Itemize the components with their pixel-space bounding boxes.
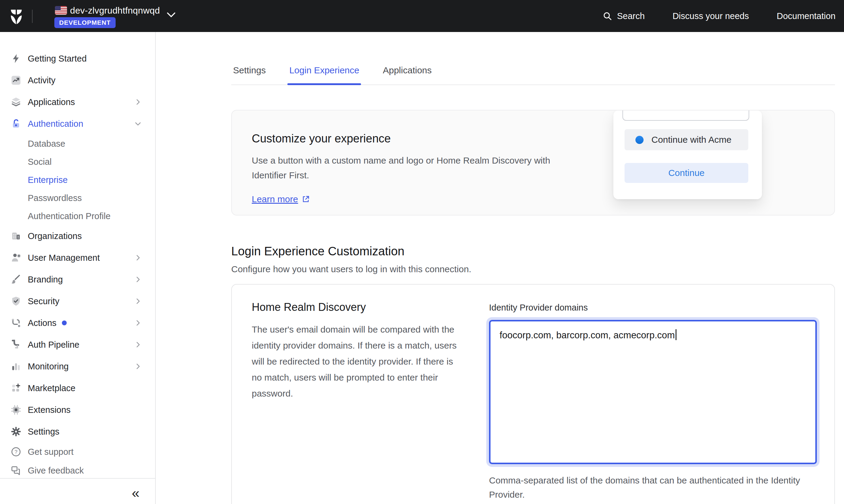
tab-settings[interactable]: Settings	[231, 65, 267, 85]
identity-provider-domains-label: Identity Provider domains	[489, 303, 817, 313]
sidebar-item-label: Actions	[28, 318, 56, 328]
topbar: dev-zlvgrudhtfnqnwqd DEVELOPMENT Search …	[0, 0, 844, 32]
identity-provider-domains-textarea[interactable]: foocorp.com, barcorp.com, acmecorp.com	[489, 320, 817, 464]
chevron-right-icon	[134, 297, 142, 305]
sidebar-item-auth-pipeline[interactable]: Auth Pipeline	[0, 334, 155, 356]
preview-idp-button[interactable]: Continue with Acme	[625, 129, 748, 150]
settings-icon	[10, 426, 22, 437]
sidebar-item-label: Database	[28, 139, 65, 149]
lightning-icon	[10, 53, 22, 64]
sidebar-item-label: Marketplace	[28, 383, 75, 393]
sidebar-item-marketplace[interactable]: Marketplace	[0, 377, 155, 399]
chevron-right-icon	[134, 275, 142, 283]
chevron-right-icon	[134, 341, 142, 348]
sidebar-item-label: Give feedback	[28, 466, 84, 475]
hrd-description: The user's email domain will be compared…	[252, 321, 463, 401]
search-icon	[603, 11, 612, 21]
activity-icon	[10, 74, 22, 86]
customize-card-title: Customize your experience	[252, 132, 590, 145]
discuss-your-needs-link[interactable]: Discuss your needs	[672, 11, 749, 21]
auth-pipeline-icon	[10, 339, 22, 350]
sidebar-item-label: Settings	[28, 427, 59, 437]
monitoring-icon	[10, 361, 22, 372]
sidebar-item-give-feedback[interactable]: Give feedback	[0, 461, 155, 480]
search-button[interactable]: Search	[603, 11, 645, 21]
feedback-icon	[10, 465, 22, 476]
sidebar: Getting StartedActivityApplicationsAuthe…	[0, 32, 156, 504]
login-preview-panel: Continue with Acme Continue	[613, 110, 762, 199]
sidebar-item-get-support[interactable]: ?Get support	[0, 443, 155, 461]
sidebar-item-label: Passwordless	[28, 193, 82, 203]
sidebar-item-organizations[interactable]: Organizations	[0, 225, 155, 247]
preview-email-input[interactable]	[623, 110, 749, 121]
sidebar-item-settings[interactable]: Settings	[0, 421, 155, 443]
auth0-logo-icon	[8, 7, 24, 25]
actions-icon	[10, 317, 22, 329]
text-caret	[676, 329, 677, 340]
sidebar-item-enterprise[interactable]: Enterprise	[0, 171, 155, 189]
preview-continue-button[interactable]: Continue	[625, 163, 748, 183]
customize-text-block: Customize your experience Use a button w…	[252, 132, 590, 204]
page-title: Login Experience Customization	[231, 245, 835, 258]
sidebar-item-security[interactable]: Security	[0, 290, 155, 312]
sidebar-item-getting-started[interactable]: Getting Started	[0, 48, 155, 69]
sidebar-item-branding[interactable]: Branding	[0, 269, 155, 290]
environment-badge: DEVELOPMENT	[54, 17, 115, 28]
sidebar-item-label: Extensions	[28, 405, 71, 415]
sidebar-item-passwordless[interactable]: Passwordless	[0, 189, 155, 207]
help-icon: ?	[10, 446, 22, 457]
sidebar-item-label: Monitoring	[28, 362, 69, 372]
sidebar-item-actions[interactable]: Actions	[0, 312, 155, 334]
sidebar-collapse-button[interactable]: «	[132, 486, 140, 500]
acme-logo-icon	[635, 136, 644, 144]
topbar-divider	[32, 10, 33, 23]
sidebar-item-user-management[interactable]: User Management	[0, 247, 155, 269]
marketplace-icon	[10, 382, 22, 394]
documentation-link[interactable]: Documentation	[777, 11, 836, 21]
sidebar-item-label: Authentication	[28, 119, 83, 129]
us-flag-icon	[55, 6, 67, 15]
topbar-nav: Search Discuss your needs Documentation	[603, 0, 836, 32]
page-subtitle: Configure how you want users to log in w…	[231, 264, 835, 274]
tab-login-experience[interactable]: Login Experience	[287, 65, 361, 85]
home-realm-discovery-card: Home Realm Discovery The user's email do…	[231, 284, 835, 504]
sidebar-item-label: Auth Pipeline	[28, 340, 79, 350]
extensions-icon	[10, 404, 22, 416]
sidebar-item-database[interactable]: Database	[0, 134, 155, 153]
user-management-icon	[10, 252, 22, 264]
sidebar-item-label: Authentication Profile	[28, 211, 110, 221]
sidebar-item-authentication[interactable]: Authentication	[0, 113, 155, 134]
identity-provider-domains-value: foocorp.com, barcorp.com, acmecorp.com	[500, 330, 675, 340]
hrd-field-column: Identity Provider domains foocorp.com, b…	[489, 301, 817, 504]
tenant-name[interactable]: dev-zlvgrudhtfnqnwqd	[70, 5, 160, 16]
main-content: Settings Login Experience Applications C…	[231, 32, 835, 504]
preview-idp-button-label: Continue with Acme	[651, 134, 731, 145]
sidebar-item-label: Getting Started	[28, 54, 87, 64]
hrd-title: Home Realm Discovery	[252, 301, 463, 313]
sidebar-item-activity[interactable]: Activity	[0, 69, 155, 91]
branding-icon	[10, 274, 22, 285]
sidebar-item-authentication-profile[interactable]: Authentication Profile	[0, 207, 155, 225]
sidebar-item-monitoring[interactable]: Monitoring	[0, 356, 155, 377]
external-link-icon	[302, 195, 310, 203]
identity-provider-domains-helper: Comma-separated list of the domains that…	[489, 473, 817, 502]
lock-icon	[10, 118, 22, 129]
hrd-description-column: Home Realm Discovery The user's email do…	[252, 301, 463, 504]
tenant-chevron-down-icon[interactable]	[167, 12, 176, 18]
layers-icon	[10, 96, 22, 108]
tab-applications[interactable]: Applications	[381, 65, 433, 85]
chevron-right-icon	[134, 319, 142, 327]
learn-more-link[interactable]: Learn more	[252, 194, 298, 204]
sidebar-item-applications[interactable]: Applications	[0, 91, 155, 113]
sidebar-item-label: Get support	[28, 447, 74, 457]
sidebar-item-label: User Management	[28, 253, 100, 263]
chevron-right-icon	[134, 362, 142, 370]
sidebar-item-social[interactable]: Social	[0, 153, 155, 171]
sidebar-item-label: Enterprise	[28, 175, 68, 185]
search-label: Search	[617, 11, 645, 21]
sidebar-footer-bar: «	[0, 478, 155, 504]
sidebar-item-label: Organizations	[28, 231, 82, 241]
sidebar-item-label: Applications	[28, 97, 75, 107]
sidebar-item-label: Security	[28, 296, 59, 306]
sidebar-item-extensions[interactable]: Extensions	[0, 399, 155, 421]
